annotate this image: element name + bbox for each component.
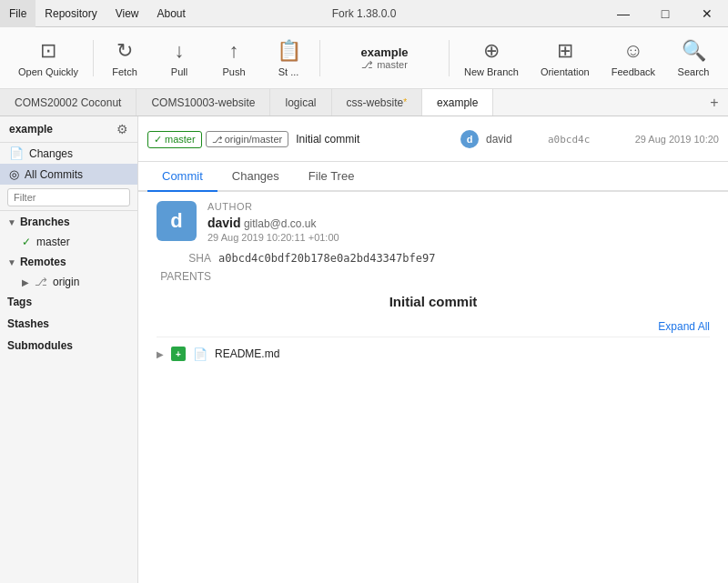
feedback-button[interactable]: ☺ Feedback (601, 32, 666, 85)
detail-content: d AUTHOR david gitlab@d.co.uk 29 Aug 201… (138, 192, 728, 583)
open-quickly-icon: ⊡ (40, 39, 56, 63)
sidebar-section-stashes[interactable]: Stashes (0, 313, 137, 335)
sidebar-section-branches[interactable]: ▼ Branches (0, 211, 137, 233)
sidebar-branch-master[interactable]: ✓ master (0, 233, 137, 251)
menu-view[interactable]: View (106, 0, 148, 27)
file-collapse-arrow[interactable]: ▶ (157, 349, 164, 359)
push-icon: ↑ (229, 39, 239, 63)
git-icon: ⎇ (35, 276, 47, 288)
minimize-button[interactable]: — (602, 0, 644, 27)
feedback-icon: ☺ (623, 39, 643, 63)
tab-coms10003[interactable]: COMS10003-website (136, 89, 270, 116)
search-label: Search (678, 66, 710, 77)
detail-tabs: Commit Changes File Tree (138, 162, 728, 192)
search-icon: 🔍 (682, 39, 706, 63)
tab-coms20002[interactable]: COMS20002 Coconut (0, 89, 136, 116)
toolbar-separator-1 (93, 40, 94, 76)
tab-example[interactable]: example (422, 89, 493, 116)
sidebar-item-all-commits[interactable]: ◎ All Commits (0, 164, 137, 185)
stash-label: St ... (278, 66, 299, 77)
sidebar: example ⚙ 📄 Changes ◎ All Commits ▼ Bran… (0, 116, 138, 583)
expand-all-button[interactable]: Expand All (658, 320, 710, 333)
tabs-row: COMS20002 Coconut COMS10003-website logi… (0, 89, 728, 116)
author-info: AUTHOR david gitlab@d.co.uk 29 Aug 2019 … (207, 201, 339, 243)
table-row[interactable]: ✓ master ⎇ origin/master Initial commit … (138, 116, 728, 162)
menu-about[interactable]: About (148, 0, 195, 27)
modified-indicator: * (403, 97, 407, 107)
new-branch-label: New Branch (464, 66, 519, 77)
author-email: gitlab@d.co.uk (244, 217, 317, 230)
gear-icon[interactable]: ⚙ (116, 122, 128, 136)
search-button[interactable]: 🔍 Search (666, 32, 721, 85)
open-quickly-label: Open Quickly (18, 66, 78, 77)
branches-arrow-icon: ▼ (7, 217, 16, 227)
check-icon: ✓ (22, 236, 31, 248)
pull-button[interactable]: ↓ Pull (152, 32, 207, 85)
sidebar-item-changes[interactable]: 📄 Changes (0, 143, 137, 164)
pull-label: Pull (171, 66, 187, 77)
tab-css-website[interactable]: css-website* (332, 89, 423, 116)
filter-input[interactable] (7, 188, 130, 206)
push-label: Push (222, 66, 245, 77)
origin-arrow-icon: ▶ (22, 277, 29, 287)
toolbar-separator-2 (319, 40, 320, 76)
new-branch-icon: ⊕ (483, 39, 500, 63)
commit-title: Initial commit (157, 294, 710, 309)
new-branch-button[interactable]: ⊕ New Branch (453, 32, 530, 85)
toolbar-repo-name: example (360, 45, 408, 59)
commit-badges: ✓ master ⎇ origin/master (147, 131, 288, 148)
author-avatar-small: d (460, 130, 479, 148)
commit-sha: a0bcd4c (548, 134, 602, 146)
sidebar-section-tags[interactable]: Tags (0, 291, 137, 313)
origin-icon: ⎇ (212, 135, 223, 145)
sidebar-remote-origin[interactable]: ▶ ⎇ origin (0, 273, 137, 291)
author-name: david (207, 216, 241, 230)
author-date: 29 Aug 2019 10:20:11 +01:00 (207, 232, 339, 243)
fetch-button[interactable]: ↻ Fetch (97, 32, 152, 85)
origin-master-badge: ⎇ origin/master (206, 131, 289, 147)
parents-label: PARENTS (157, 270, 211, 283)
tab-logical[interactable]: logical (270, 89, 331, 116)
menu-bar: File Repository View About (0, 0, 195, 27)
window-controls: — □ ✕ (602, 0, 728, 27)
main-layout: example ⚙ 📄 Changes ◎ All Commits ▼ Bran… (0, 116, 728, 583)
tab-changes[interactable]: Changes (217, 162, 294, 192)
add-tab-button[interactable]: + (701, 89, 728, 116)
check-icon: ✓ (154, 134, 162, 146)
fetch-label: Fetch (112, 66, 137, 77)
tab-commit[interactable]: Commit (147, 162, 217, 192)
file-row[interactable]: ▶ + 📄 README.md (157, 341, 710, 367)
pull-icon: ↓ (175, 39, 185, 63)
commit-message: Initial commit (296, 133, 453, 146)
stash-button[interactable]: 📋 St ... (261, 32, 316, 85)
author-name-line: david gitlab@d.co.uk (207, 216, 339, 230)
commits-icon: ◎ (9, 167, 19, 181)
file-name: README.md (215, 347, 279, 360)
maximize-button[interactable]: □ (644, 0, 686, 27)
menu-file[interactable]: File (0, 0, 35, 27)
file-icon: 📄 (193, 347, 207, 361)
orientation-icon: ⊞ (557, 39, 573, 63)
menu-repository[interactable]: Repository (35, 0, 106, 27)
sidebar-header: example ⚙ (0, 116, 137, 143)
push-button[interactable]: ↑ Push (207, 32, 261, 85)
feedback-label: Feedback (612, 66, 655, 77)
orientation-button[interactable]: ⊞ Orientation (530, 32, 601, 85)
changes-icon: 📄 (9, 146, 24, 160)
commit-list: ✓ master ⎇ origin/master Initial commit … (138, 116, 728, 162)
branch-icon: ⎇ (361, 59, 373, 71)
orientation-label: Orientation (541, 66, 590, 77)
sidebar-section-remotes[interactable]: ▼ Remotes (0, 251, 137, 273)
open-quickly-button[interactable]: ⊡ Open Quickly (7, 32, 89, 85)
tab-file-tree[interactable]: File Tree (294, 162, 369, 192)
master-badge: ✓ master (147, 131, 202, 148)
toolbar-branch-name: ⎇ master (361, 59, 408, 71)
app-title: Fork 1.38.0.0 (332, 7, 397, 20)
sha-label: SHA (157, 252, 211, 265)
expand-all-row: Expand All (157, 317, 710, 337)
sha-value: a0bcd4c0bdf20b178e0a2bd43347bfe97 (218, 252, 435, 265)
sidebar-section-submodules[interactable]: Submodules (0, 335, 137, 357)
close-button[interactable]: ✕ (686, 0, 728, 27)
sidebar-repo-name: example (9, 123, 53, 136)
commit-author: david (486, 133, 541, 146)
